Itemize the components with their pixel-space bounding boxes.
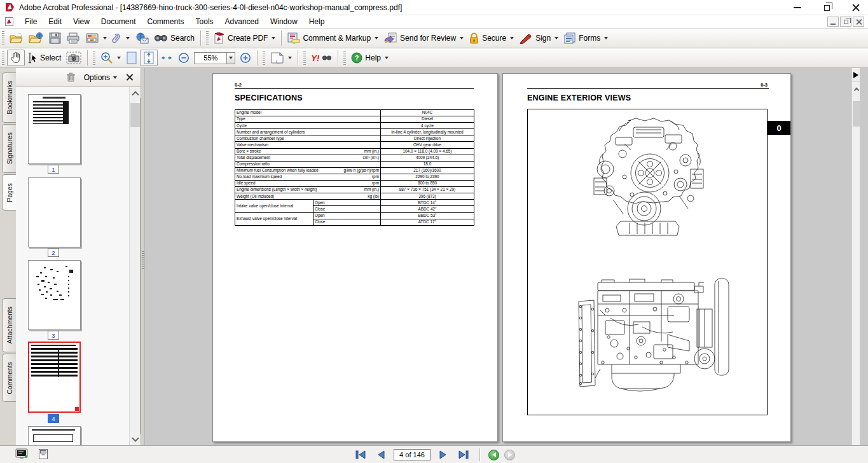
toolbar-grip[interactable] [2,51,4,65]
sign-dropdown-arrow[interactable] [555,37,558,39]
menu-file[interactable]: File [19,16,43,27]
document-scrollbar[interactable] [851,68,860,445]
next-page-button[interactable] [436,448,451,461]
scroll-down-button[interactable] [130,434,141,445]
scroll-up-button[interactable] [130,87,141,98]
hand-tool-button[interactable] [7,50,25,66]
document-pane[interactable]: 0-2 SPECIFICATIONS Engine modelN04C Type… [145,68,860,445]
zoom-tool-button[interactable] [98,50,123,66]
create-pdf-button[interactable]: Create PDF [211,31,278,45]
search-button[interactable]: Search [151,32,197,45]
forms-dropdown-arrow[interactable] [604,37,608,39]
help-button[interactable]: ? Help [348,51,391,65]
organizer-button[interactable] [83,31,109,45]
open-button[interactable] [7,31,26,45]
create-pdf-dropdown-arrow[interactable] [272,37,275,39]
tab-pages[interactable]: Pages [2,174,16,211]
open-web-button[interactable] [26,31,46,45]
page-3-label[interactable]: 3 [48,331,59,340]
save-icon [49,32,61,44]
page-display-button[interactable] [268,50,294,66]
first-page-button[interactable] [353,448,368,461]
fit-width-button[interactable] [158,50,176,66]
previous-view-button[interactable] [488,450,499,460]
last-page-button[interactable] [456,448,471,461]
toolbar-grip[interactable] [206,31,209,45]
fit-page-button[interactable] [140,50,158,66]
thumbnail-page-1[interactable] [28,94,81,164]
page-1-label[interactable]: 1 [48,165,59,174]
comment-markup-button[interactable]: Comment & Markup [285,31,381,45]
tab-comments[interactable]: Comments [2,354,16,402]
toolbar-grip[interactable] [263,51,265,65]
zoom-level-dropdown[interactable] [227,52,235,64]
send-review-button[interactable]: Send for Review [381,31,466,45]
close-button[interactable] [850,2,862,13]
minimize-button[interactable] [792,2,803,13]
acrobat-document-icon [5,17,13,26]
doc-close-button[interactable] [853,17,864,27]
toolbar-grip[interactable] [303,51,306,65]
actual-size-button[interactable] [123,50,140,66]
snapshot-tool-button[interactable] [64,50,84,66]
attach-button[interactable] [109,31,132,45]
save-button[interactable] [46,31,64,45]
options-menu-button[interactable]: Options [84,73,117,82]
zoom-in-button[interactable] [237,51,254,65]
menu-window[interactable]: Window [265,16,303,27]
select-tool-button[interactable]: Select [25,51,64,65]
attach-dropdown-arrow[interactable] [126,37,130,39]
email-button[interactable] [132,31,151,45]
page-number-input[interactable] [394,449,431,460]
close-panel-icon[interactable] [126,74,133,81]
organizer-dropdown-arrow[interactable] [103,37,107,39]
menu-tools[interactable]: Tools [190,16,219,27]
secure-button[interactable]: Secure [466,31,516,45]
comment-markup-dropdown-arrow[interactable] [375,37,378,39]
menu-document[interactable]: Document [95,16,142,27]
next-view-button[interactable] [504,450,515,460]
menu-help[interactable]: Help [303,16,331,27]
collapse-pane-icon[interactable] [853,72,858,78]
menu-edit[interactable]: Edit [43,16,67,27]
splitter-grip[interactable] [142,251,144,269]
doc-scrollbar-thumb[interactable] [853,101,860,127]
forms-button[interactable]: Forms [561,31,610,45]
thumbnail-page-3[interactable] [28,260,81,330]
tab-attachments[interactable]: Attachments [2,298,16,352]
send-review-dropdown-arrow[interactable] [460,37,464,39]
yahoo-search-button[interactable]: Y! [308,52,334,64]
sign-button[interactable]: Sign [516,31,561,45]
doc-scroll-up-button[interactable] [852,83,860,93]
restore-button[interactable] [821,2,832,13]
tab-signatures[interactable]: Signatures [2,124,16,173]
doc-minimize-button[interactable] [827,17,839,27]
page-2-label[interactable]: 2 [48,248,59,257]
zoom-tool-dropdown-arrow[interactable] [117,57,121,59]
menu-comments[interactable]: Comments [142,16,190,27]
zoom-in-icon [240,52,251,64]
print-button[interactable] [64,31,83,45]
tab-bookmarks[interactable]: Bookmarks [2,73,16,123]
scrollbar-thumb[interactable] [130,103,140,127]
help-dropdown-arrow[interactable] [385,57,389,59]
toolbar-grip[interactable] [2,31,4,45]
thumbnail-page-4-selected[interactable] [28,342,81,413]
thumbnail-page-5[interactable] [28,426,81,445]
zoom-level-input[interactable] [194,52,227,64]
menu-view[interactable]: View [67,16,95,27]
thumbnail-page-2[interactable] [28,177,81,247]
engine-side-view-illustration [572,273,731,394]
previous-page-button[interactable] [373,448,389,461]
doc-restore-button[interactable] [840,17,851,27]
secure-dropdown-arrow[interactable] [510,37,514,39]
page-4-label[interactable]: 4 [48,414,59,423]
panel-splitter[interactable] [141,68,145,445]
zoom-out-button[interactable] [176,51,192,65]
menu-advanced[interactable]: Advanced [219,16,265,27]
trash-icon[interactable] [67,73,75,82]
thumbnails-scrollbar[interactable] [129,87,140,445]
toolbar-grip[interactable] [93,51,95,65]
page-display-dropdown-arrow[interactable] [288,57,292,59]
toolbar-grip[interactable] [343,51,346,65]
